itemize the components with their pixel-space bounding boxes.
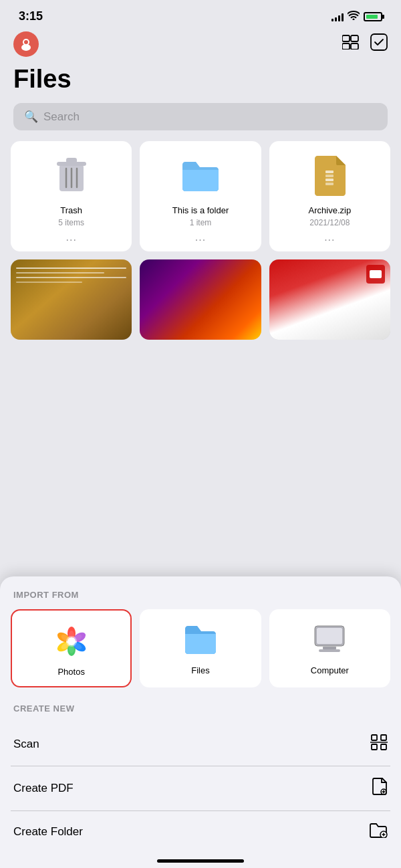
folder-plus-icon: [369, 822, 388, 842]
import-files[interactable]: Files: [140, 609, 261, 687]
file-grid: Trash 5 items ... This is a folder 1 ite…: [0, 141, 401, 251]
file-meta-archive: 2021/12/08: [309, 218, 350, 227]
photos-label: Photos: [57, 667, 84, 677]
file-meta-trash: 5 items: [58, 218, 84, 227]
svg-rect-5: [342, 43, 350, 49]
svg-rect-14: [325, 171, 333, 173]
file-name-trash: Trash: [60, 205, 82, 215]
file-more-archive[interactable]: ...: [324, 231, 335, 243]
computer-label: Computer: [311, 665, 349, 675]
zip-icon: [306, 152, 353, 199]
pdf-icon: [372, 777, 388, 800]
create-pdf[interactable]: Create PDF: [11, 766, 390, 811]
svg-rect-15: [325, 175, 333, 177]
photo-card-1[interactable]: [11, 259, 132, 340]
wifi-icon: [348, 11, 360, 23]
svg-point-1: [21, 44, 31, 51]
trash-icon: [48, 152, 95, 199]
file-card-folder[interactable]: This is a folder 1 item ...: [140, 141, 261, 251]
create-scan[interactable]: Scan: [11, 723, 390, 766]
file-more-folder[interactable]: ...: [195, 231, 206, 243]
create-label: CREATE NEW: [11, 703, 390, 714]
search-placeholder: Search: [43, 110, 80, 124]
svg-rect-3: [342, 35, 350, 41]
photo-card-2[interactable]: [140, 259, 261, 340]
scan-label: Scan: [13, 738, 39, 751]
svg-rect-36: [372, 735, 377, 740]
search-bar[interactable]: 🔍 Search: [13, 103, 388, 130]
file-meta-folder: 1 item: [190, 218, 212, 227]
status-time: 3:15: [19, 9, 43, 23]
app-header: [0, 29, 401, 62]
import-grid: Photos Files Computer: [11, 609, 390, 687]
import-computer[interactable]: Computer: [269, 609, 390, 687]
photo-card-3[interactable]: [269, 259, 390, 340]
search-icon: 🔍: [24, 110, 38, 124]
create-folder[interactable]: Create Folder: [11, 811, 390, 853]
svg-rect-37: [381, 735, 386, 740]
header-actions: [342, 33, 388, 55]
page-title-container: Files: [0, 62, 401, 103]
photos-icon: [53, 623, 90, 660]
svg-rect-33: [317, 628, 342, 644]
svg-rect-39: [381, 744, 386, 750]
file-name-folder: This is a folder: [172, 205, 229, 215]
file-more-trash[interactable]: ...: [65, 231, 76, 243]
files-icon: [182, 621, 219, 659]
photo-row: [0, 259, 401, 340]
files-label: Files: [191, 665, 209, 675]
svg-rect-16: [325, 179, 333, 181]
computer-icon: [311, 621, 348, 659]
bottom-sheet: IMPORT FROM: [0, 576, 401, 868]
pdf-label: Create PDF: [13, 782, 74, 795]
check-icon[interactable]: [370, 33, 388, 55]
status-icons: [331, 11, 382, 23]
svg-rect-34: [323, 647, 336, 649]
svg-rect-35: [319, 649, 340, 652]
battery-icon: [364, 12, 382, 21]
search-container: 🔍 Search: [0, 103, 401, 141]
folder-icon: [177, 152, 224, 199]
scan-icon: [370, 734, 388, 755]
status-bar: 3:15: [0, 0, 401, 29]
home-indicator: [11, 853, 390, 868]
svg-rect-10: [66, 158, 77, 163]
svg-rect-4: [351, 35, 358, 41]
import-label: IMPORT FROM: [11, 590, 390, 600]
svg-rect-7: [371, 34, 387, 50]
file-card-trash[interactable]: Trash 5 items ...: [11, 141, 132, 251]
svg-rect-38: [372, 744, 377, 750]
signal-icon: [331, 12, 344, 21]
svg-rect-17: [325, 183, 333, 185]
svg-point-31: [68, 637, 76, 645]
svg-point-28: [69, 644, 74, 653]
list-icon[interactable]: [342, 35, 360, 53]
folder-label: Create Folder: [13, 825, 83, 839]
svg-rect-6: [351, 43, 358, 49]
home-bar: [157, 859, 244, 863]
svg-point-2: [24, 40, 28, 44]
file-name-archive: Archive.zip: [309, 205, 352, 215]
import-photos[interactable]: Photos: [11, 609, 132, 687]
file-card-archive[interactable]: Archive.zip 2021/12/08 ...: [269, 141, 390, 251]
app-logo[interactable]: [13, 31, 39, 57]
page-title: Files: [13, 65, 388, 94]
